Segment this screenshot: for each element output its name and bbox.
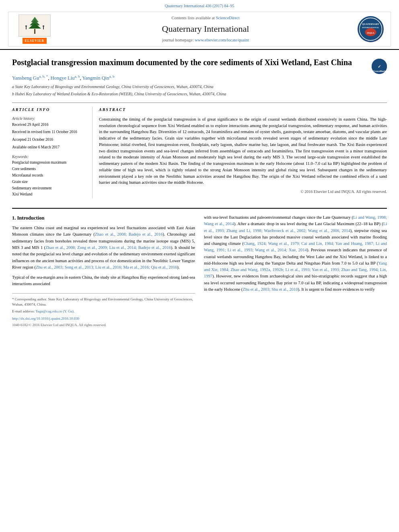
science-direct-anchor[interactable]: ScienceDirect <box>216 16 240 20</box>
abstract-text: Constraining the timing of the postglaci… <box>99 116 387 186</box>
journal-header: Quaternary International 436 (2017) 84–9… <box>0 0 399 50</box>
cite-chang1924: Chang, 1924; Wang et al., 1979; Cai and … <box>204 241 387 252</box>
homepage-url[interactable]: www.elsevier.com/locate/quaint <box>195 38 249 42</box>
svg-point-5 <box>25 25 27 27</box>
author2-name: Hongye Liu <box>50 75 74 81</box>
header-inner: ELSEVIER Contents lists available at Sci… <box>8 12 391 47</box>
keyword-5: Sedimentary environment <box>12 186 86 191</box>
keyword-3: Microfaunal records <box>12 173 86 179</box>
intro-para1: The eastern China coast and marginal sea… <box>12 225 195 271</box>
header-center: Contents lists available at ScienceDirec… <box>57 15 354 43</box>
svg-rect-8 <box>43 27 44 29</box>
keyword-6: Xixi Wetland <box>12 192 86 197</box>
abstract-title: Abstract <box>99 107 387 113</box>
article-info: Article info Article history: Received 2… <box>12 107 93 198</box>
article-body: Article info Article history: Received 2… <box>12 103 387 198</box>
svg-rect-6 <box>26 27 27 29</box>
keyword-2: Core sediments <box>12 166 86 172</box>
affiliation-a: a State Key Laboratory of Biogeology and… <box>12 84 387 90</box>
cite-zhao2008b: Zhao et al., 2008; Zong et al., 2009; Li… <box>45 245 171 250</box>
footnote-corresponding: * Corresponding author. State Key Labora… <box>12 297 195 307</box>
elsevier-logo: ELSEVIER <box>12 14 57 44</box>
keywords-label: Keywords: <box>12 154 86 160</box>
svg-text:INQUA: INQUA <box>367 32 374 34</box>
crossmark[interactable]: ✓ CrossMark <box>372 59 387 74</box>
online-value: Available online 6 March 2017 <box>12 145 86 150</box>
keywords-section: Keywords: Postglacial transgression maxi… <box>12 154 86 197</box>
footnote-email: E-mail address: Yagu@cug.edu.cn (Y. Gu). <box>12 309 195 314</box>
keyword-4: Grain size <box>12 179 86 185</box>
received-value: Received 29 April 2016 <box>12 122 86 128</box>
cite-yang1984: Yang and Xie, 1984; Zhao and Wang, 1992a… <box>204 261 387 279</box>
author1-sup: a, b, * <box>39 74 48 78</box>
svg-text:✓: ✓ <box>378 64 381 69</box>
authors-line: Yansheng Gua, b, *, Hongye Liua, b, Yang… <box>12 74 387 82</box>
quaternary-logo: QUATERNARY INTERNATIONAL INQUA <box>358 16 384 42</box>
contents-label: Contents lists available at <box>171 16 215 20</box>
keyword-1: Postglacial transgression maximum <box>12 160 86 166</box>
science-direct-link: Contents lists available at ScienceDirec… <box>61 15 350 21</box>
svg-rect-1 <box>34 29 35 34</box>
email-link[interactable]: Yagu@cug.edu.cn (Y. Gu). <box>35 309 74 313</box>
intro-label: Introduction <box>17 215 45 221</box>
copyright-line: © 2016 Elsevier Ltd and INQUA. All right… <box>99 189 387 195</box>
journal-title-main: Quaternary International <box>61 23 350 35</box>
svg-text:CrossMark: CrossMark <box>373 70 386 72</box>
footnote-section: * Corresponding author. State Key Labora… <box>12 293 195 328</box>
col-right: with sea-level fluctuations and paleoenv… <box>204 214 387 328</box>
affiliation-b: b Hubei Key Laboratory of Wetland Evolut… <box>12 91 387 97</box>
page-wrapper: Quaternary International 436 (2017) 84–9… <box>0 0 399 333</box>
intro-heading: 1. Introduction <box>12 214 195 222</box>
article-section: ✓ CrossMark Postglacial transgression ma… <box>0 50 399 202</box>
crossmark-icon: ✓ CrossMark <box>372 59 387 74</box>
revised-value: Received in revised form 11 October 2016 <box>12 129 86 135</box>
elsevier-tree-image <box>19 14 51 37</box>
article-title: Postglacial transgression maximum docume… <box>12 57 387 68</box>
issn-line: 1040-6182/© 2016 Elsevier Ltd and INQUA.… <box>12 322 195 328</box>
main-content: 1. Introduction The eastern China coast … <box>0 209 399 333</box>
intro-para2: Typical of the sea-margin area in easter… <box>12 274 195 288</box>
author1-name: Yansheng Gu <box>12 75 39 81</box>
homepage-label: journal homepage: <box>162 38 193 42</box>
col-left: 1. Introduction The eastern China coast … <box>12 214 195 328</box>
cite-zhu2003b: Zhu et al., 2003; Shu et al., 2010 <box>243 287 298 292</box>
history-label: Article history: <box>12 116 86 122</box>
accepted-value: Accepted 21 October 2016 <box>12 137 86 143</box>
intro-num: 1. <box>12 215 16 221</box>
cite-li1998: Li and Wang, 1998; Wang et al., 2014 <box>204 215 387 226</box>
article-info-title: Article info <box>12 107 86 113</box>
right-para1: with sea-level fluctuations and paleoenv… <box>204 214 387 293</box>
svg-point-7 <box>43 25 44 27</box>
cite-zhu2003: Zhu et al., 2003; Song et al., 2013; Liu… <box>36 265 177 269</box>
elsevier-badge: ELSEVIER <box>23 38 47 44</box>
abstract-section: Abstract Constraining the timing of the … <box>93 107 387 198</box>
doi-link[interactable]: http://dx.doi.org/10.1016/j.quaint.2016.… <box>12 316 79 320</box>
journal-ref: Quaternary International 436 (2017) 84–9… <box>8 3 391 9</box>
email-label: E-mail address: <box>12 309 35 313</box>
doi-line: http://dx.doi.org/10.1016/j.quaint.2016.… <box>12 316 195 321</box>
header-right-logo: QUATERNARY INTERNATIONAL INQUA <box>354 16 387 42</box>
cite-zhao2008: Zhao et al., 2008; Badejo et al., 2016 <box>95 232 163 236</box>
svg-text:QUATERNARY: QUATERNARY <box>362 23 379 25</box>
journal-homepage: journal homepage: www.elsevier.com/locat… <box>61 37 350 43</box>
author3-sup: a, b <box>109 74 114 78</box>
author3-name: Yangmin Qin <box>82 75 109 81</box>
author2-sup: a, b <box>74 74 80 78</box>
